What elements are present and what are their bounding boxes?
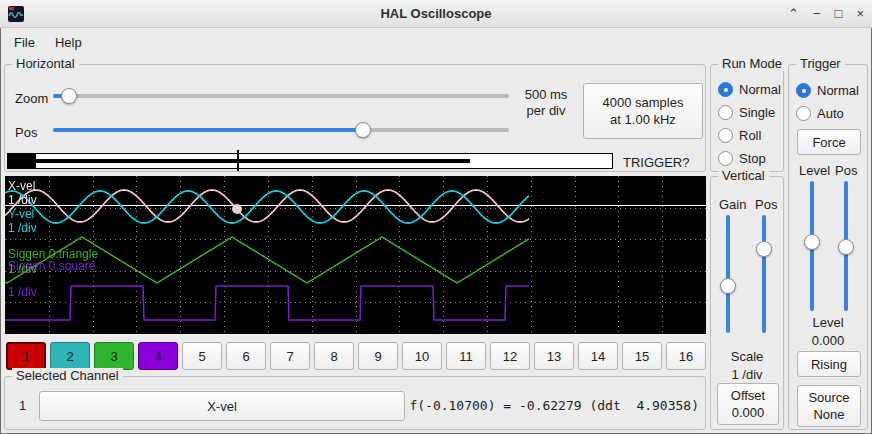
vertical-pos-slider-handle[interactable] [756,241,772,257]
channel-button-1[interactable]: 1 [6,342,46,370]
radio-dot [718,151,733,166]
trigger-question-label: TRIGGER? [623,155,689,170]
trigger-pos-slider[interactable] [837,181,855,311]
horizontal-group: Horizontal Zoom 500 ms per div 4000 samp… [4,64,706,172]
vertical-group-title: Vertical [718,168,769,183]
titlebar[interactable]: HAL Oscilloscope ⌃ − □ × [0,0,872,28]
radio-label: Auto [817,106,844,121]
runmode-roll-radio[interactable]: Roll [718,128,761,143]
vertical-group: Vertical Gain Pos Scale 1 /div Offset 0.… [710,176,784,430]
channel-button-2[interactable]: 2 [50,342,90,370]
zoom-label: Zoom [15,91,48,106]
trigger-auto-radio[interactable]: Auto [796,106,844,121]
scope-channel-label: 1 /div [8,286,37,299]
channel-button-9[interactable]: 9 [358,342,398,370]
close-icon[interactable]: × [856,6,864,22]
samples-button[interactable]: 4000 samples at 1.00 kHz [583,83,703,139]
zoom-slider-handle[interactable] [61,88,77,104]
channel-button-14[interactable]: 14 [578,342,618,370]
channel-button-7[interactable]: 7 [270,342,310,370]
scope-channel-label: Y-vel [8,208,34,221]
radio-label: Roll [739,128,761,143]
radio-dot [718,82,733,97]
channel-button-3[interactable]: 3 [94,342,134,370]
waveform-canvas [5,176,706,334]
capture-done-segment [8,154,36,168]
radio-label: Single [739,105,775,120]
selected-channel-number: 1 [19,398,26,413]
trigger-level-caption: Level [789,315,867,330]
run-mode-group-title: Run Mode [718,56,786,71]
channel-button-11[interactable]: 11 [446,342,486,370]
radio-dot [718,128,733,143]
offset-button[interactable]: Offset 0.000 [717,383,779,425]
gain-slider-handle[interactable] [720,278,736,294]
radio-dot [796,83,811,98]
scope-channel-label: 1 /div [8,194,37,207]
minimize-icon[interactable]: − [813,6,821,22]
channel-button-12[interactable]: 12 [490,342,530,370]
runmode-normal-radio[interactable]: Normal [718,82,781,97]
pos-slider-handle[interactable] [355,122,371,138]
window-controls: ⌃ − □ × [788,6,864,22]
runmode-single-radio[interactable]: Single [718,105,775,120]
trigger-position-tick [237,150,239,171]
radio-label: Stop [739,151,766,166]
scope-display[interactable]: X-vel1 /divY-vel1 /divSiggen 0.triangleS… [5,176,706,334]
channel-button-13[interactable]: 13 [534,342,574,370]
gain-slider[interactable] [719,215,737,333]
trigger-level-slider[interactable] [803,181,821,311]
trigger-level-slider-handle[interactable] [804,234,820,250]
menu-file[interactable]: File [4,31,45,54]
channel-button-row: 12345678910111213141516 [0,342,872,370]
trigger-pos-slider-handle[interactable] [838,239,854,255]
trigger-normal-radio[interactable]: Normal [796,83,859,98]
channel-button-16[interactable]: 16 [666,342,706,370]
channel-button-5[interactable]: 5 [182,342,222,370]
menubar: File Help [0,28,872,56]
trigger-group: Trigger Normal Auto Force Level Pos Leve… [788,64,868,430]
channel-button-6[interactable]: 6 [226,342,266,370]
gain-label: Gain [719,197,746,212]
pos-slider[interactable] [53,121,509,139]
channel-button-4[interactable]: 4 [138,342,178,370]
zoom-slider[interactable] [53,87,509,105]
capture-progress-segment [36,159,470,163]
window-title: HAL Oscilloscope [0,6,872,21]
scope-channel-label: 1 /div [8,263,37,276]
pos-label: Pos [15,125,37,140]
channel-button-15[interactable]: 15 [622,342,662,370]
maximize-icon[interactable]: □ [835,6,843,22]
vertical-pos-label: Pos [755,197,777,212]
menu-help[interactable]: Help [45,31,92,54]
trigger-level-label: Level [799,163,830,178]
horizontal-group-title: Horizontal [12,56,79,71]
scope-channel-label: X-vel [8,180,35,193]
trigger-pos-label: Pos [835,163,857,178]
channel-button-8[interactable]: 8 [314,342,354,370]
radio-dot [718,105,733,120]
channel-button-10[interactable]: 10 [402,342,442,370]
radio-label: Normal [739,82,781,97]
radio-dot [796,106,811,121]
channel-name-button[interactable]: X-vel [39,391,405,421]
capture-position-bar[interactable] [7,153,613,169]
force-button[interactable]: Force [797,129,861,155]
timebase-readout: 500 ms per div [515,87,577,119]
vertical-pos-slider[interactable] [755,215,773,333]
selected-channel-group: Selected Channel 1 X-vel f(-0.10700) = -… [4,376,706,430]
scope-channel-label: 1 /div [8,222,37,235]
function-readout: f(-0.10700) = -0.62279 (ddt 4.90358) [409,398,699,413]
trigger-source-button[interactable]: Source None [797,385,861,427]
radio-label: Normal [817,83,859,98]
run-mode-group: Run Mode Normal Single Roll Stop [710,64,784,172]
shade-icon[interactable]: ⌃ [788,6,799,22]
runmode-stop-radio[interactable]: Stop [718,151,766,166]
selected-channel-group-title: Selected Channel [12,368,123,383]
trigger-group-title: Trigger [796,56,845,71]
